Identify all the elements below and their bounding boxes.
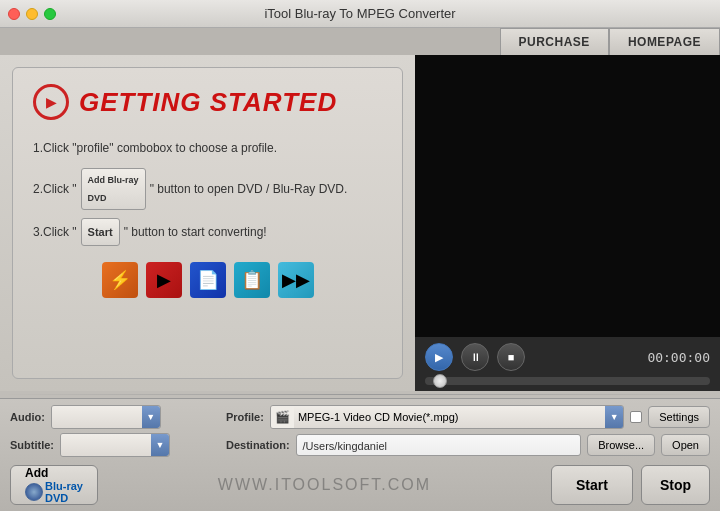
step2-add-btn: Add Blu-rayDVD (81, 168, 146, 210)
audio-select-text (52, 406, 142, 428)
gs-step3: 3.Click " Start " button to start conver… (33, 218, 382, 246)
left-panel: ▶ GETTING STARTED 1.Click "profile" comb… (0, 55, 415, 391)
title-bar: iTool Blu-ray To MPEG Converter (0, 0, 720, 28)
profile-label: Profile: (226, 411, 264, 423)
controls-row-2: Subtitle: ▼ Destination: /Users/kingdani… (10, 433, 710, 457)
top-nav: PURCHASE HOMEPAGE (0, 28, 720, 55)
profile-text: MPEG-1 Video CD Movie(*.mpg) (294, 406, 605, 428)
purchase-tab[interactable]: PURCHASE (500, 28, 609, 55)
gs-icon-2: ▶ (146, 262, 182, 298)
progress-bar[interactable] (425, 377, 710, 385)
gs-icon-5: ▶▶ (278, 262, 314, 298)
audio-label: Audio: (10, 411, 45, 423)
traffic-lights (8, 8, 56, 20)
subtitle-select-text (61, 434, 151, 456)
gs-icons: ⚡ ▶ 📄 📋 ▶▶ (33, 262, 382, 298)
step3-start-btn: Start (81, 218, 120, 246)
profile-arrow[interactable]: ▼ (605, 406, 623, 428)
controls-row: ▶ ⏸ ■ 00:00:00 (425, 343, 710, 371)
profile-col: Profile: 🎬 MPEG-1 Video CD Movie(*.mpg) … (226, 405, 710, 429)
gs-step2: 2.Click " Add Blu-rayDVD " button to ope… (33, 168, 382, 210)
gs-icon-1: ⚡ (102, 262, 138, 298)
bluray-disc-icon (25, 483, 43, 501)
subtitle-label: Subtitle: (10, 439, 54, 451)
browse-button[interactable]: Browse... (587, 434, 655, 456)
video-player-panel: ▶ ⏸ ■ 00:00:00 (415, 55, 720, 391)
settings-button[interactable]: Settings (648, 406, 710, 428)
pause-button[interactable]: ⏸ (461, 343, 489, 371)
destination-label: Destination: (226, 439, 290, 451)
destination-col: Destination: /Users/kingdaniel Browse...… (226, 434, 710, 456)
gs-icon-3: 📄 (190, 262, 226, 298)
maximize-button[interactable] (44, 8, 56, 20)
gs-header: ▶ GETTING STARTED (33, 84, 382, 120)
start-button[interactable]: Start (551, 465, 633, 505)
getting-started-card: ▶ GETTING STARTED 1.Click "profile" comb… (12, 67, 403, 379)
gs-icon-4: 📋 (234, 262, 270, 298)
gs-title: GETTING STARTED (79, 87, 337, 118)
profile-icon: 🎬 (271, 406, 294, 428)
audio-select-arrow[interactable]: ▼ (142, 406, 160, 428)
audio-select-wrap[interactable]: ▼ (51, 405, 161, 429)
bottom-actions: Add Blu-ray DVD WWW.ITOOLSOFT.COM Start … (10, 465, 710, 505)
audio-col: Audio: ▼ (10, 405, 220, 429)
player-controls: ▶ ⏸ ■ 00:00:00 (415, 337, 720, 391)
close-button[interactable] (8, 8, 20, 20)
main-container: PURCHASE HOMEPAGE ▶ GETTING STARTED 1.Cl… (0, 28, 720, 511)
stop-player-button[interactable]: ■ (497, 343, 525, 371)
play-button[interactable]: ▶ (425, 343, 453, 371)
watermark: WWW.ITOOLSOFT.COM (98, 476, 551, 494)
add-dvd-icon: Add Blu-ray DVD (25, 466, 83, 504)
profile-checkbox[interactable] (630, 411, 642, 423)
bottom-bar: Audio: ▼ Profile: 🎬 MPEG-1 Video CD Movi… (0, 398, 720, 511)
minimize-button[interactable] (26, 8, 38, 20)
gs-play-icon: ▶ (33, 84, 69, 120)
subtitle-select-arrow[interactable]: ▼ (151, 434, 169, 456)
gs-step1: 1.Click "profile" combobox to choose a p… (33, 136, 382, 160)
window-title: iTool Blu-ray To MPEG Converter (264, 6, 455, 21)
subtitle-col: Subtitle: ▼ (10, 433, 220, 457)
homepage-tab[interactable]: HOMEPAGE (609, 28, 720, 55)
content-area: ▶ GETTING STARTED 1.Click "profile" comb… (0, 55, 720, 391)
open-button[interactable]: Open (661, 434, 710, 456)
progress-knob[interactable] (433, 374, 447, 388)
time-display: 00:00:00 (647, 350, 710, 365)
subtitle-select-wrap[interactable]: ▼ (60, 433, 170, 457)
destination-input[interactable]: /Users/kingdaniel (296, 434, 582, 456)
stop-button[interactable]: Stop (641, 465, 710, 505)
controls-row-1: Audio: ▼ Profile: 🎬 MPEG-1 Video CD Movi… (10, 405, 710, 429)
add-dvd-button[interactable]: Add Blu-ray DVD (10, 465, 98, 505)
gs-instructions: 1.Click "profile" combobox to choose a p… (33, 136, 382, 246)
separator (0, 394, 720, 395)
profile-select-wrap[interactable]: 🎬 MPEG-1 Video CD Movie(*.mpg) ▼ (270, 405, 624, 429)
video-screen (415, 55, 720, 337)
